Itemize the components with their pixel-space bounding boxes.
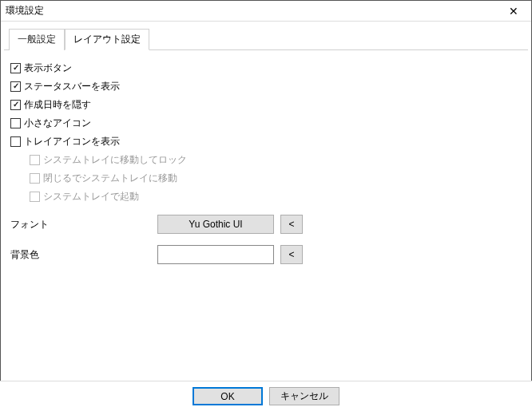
check-label: 閉じるでシステムトレイに移動 bbox=[43, 172, 177, 185]
bgcolor-field[interactable] bbox=[157, 245, 274, 264]
checkbox-icon bbox=[10, 100, 21, 110]
check-hide-created-date[interactable]: 作成日時を隠す bbox=[9, 98, 523, 112]
check-show-statusbar[interactable]: ステータスバーを表示 bbox=[9, 80, 523, 93]
cancel-button[interactable]: キャンセル bbox=[269, 387, 339, 405]
bgcolor-label: 背景色 bbox=[10, 248, 157, 262]
check-tray-move-lock: システムトレイに移動してロック bbox=[9, 153, 523, 167]
ok-button[interactable]: OK bbox=[193, 387, 263, 405]
close-icon: ✕ bbox=[509, 5, 518, 18]
font-button[interactable]: Yu Gothic UI bbox=[157, 215, 274, 234]
bgcolor-reset-button[interactable]: < bbox=[280, 245, 303, 264]
check-tray-start: システムトレイで起動 bbox=[9, 190, 523, 204]
check-tray-move-close: 閉じるでシステムトレイに移動 bbox=[9, 172, 523, 185]
font-row: フォント Yu Gothic UI < bbox=[9, 215, 523, 234]
titlebar: 環境設定 ✕ bbox=[1, 1, 531, 22]
font-label: フォント bbox=[10, 218, 157, 231]
font-reset-button[interactable]: < bbox=[280, 215, 303, 234]
checkbox-icon bbox=[10, 63, 21, 73]
check-show-button[interactable]: 表示ボタン bbox=[9, 61, 523, 75]
checkbox-icon bbox=[30, 192, 40, 202]
tab-general[interactable]: 一般設定 bbox=[9, 29, 65, 50]
check-label: トレイアイコンを表示 bbox=[24, 135, 120, 148]
close-button[interactable]: ✕ bbox=[496, 1, 531, 22]
tab-content-layout: 表示ボタン ステータスバーを表示 作成日時を隠す 小さなアイコン トレイアイコン… bbox=[1, 50, 531, 272]
dialog-footer: OK キャンセル bbox=[0, 381, 532, 411]
checkbox-icon bbox=[30, 155, 40, 165]
checkbox-icon bbox=[30, 173, 40, 184]
check-show-tray-icon[interactable]: トレイアイコンを表示 bbox=[9, 135, 523, 148]
check-label: システムトレイに移動してロック bbox=[43, 153, 187, 167]
tab-layout[interactable]: レイアウト設定 bbox=[65, 29, 149, 50]
bgcolor-row: 背景色 < bbox=[9, 245, 523, 264]
tabstrip: 一般設定 レイアウト設定 bbox=[4, 23, 528, 50]
check-label: 表示ボタン bbox=[24, 61, 72, 75]
check-label: 作成日時を隠す bbox=[24, 98, 91, 112]
check-label: システムトレイで起動 bbox=[43, 190, 139, 204]
checkbox-icon bbox=[10, 136, 21, 147]
window-title: 環境設定 bbox=[6, 4, 44, 18]
check-label: ステータスバーを表示 bbox=[24, 80, 120, 93]
checkbox-icon bbox=[10, 81, 21, 92]
checkbox-icon bbox=[10, 118, 21, 128]
check-small-icons[interactable]: 小さなアイコン bbox=[9, 117, 523, 130]
check-label: 小さなアイコン bbox=[24, 117, 91, 130]
